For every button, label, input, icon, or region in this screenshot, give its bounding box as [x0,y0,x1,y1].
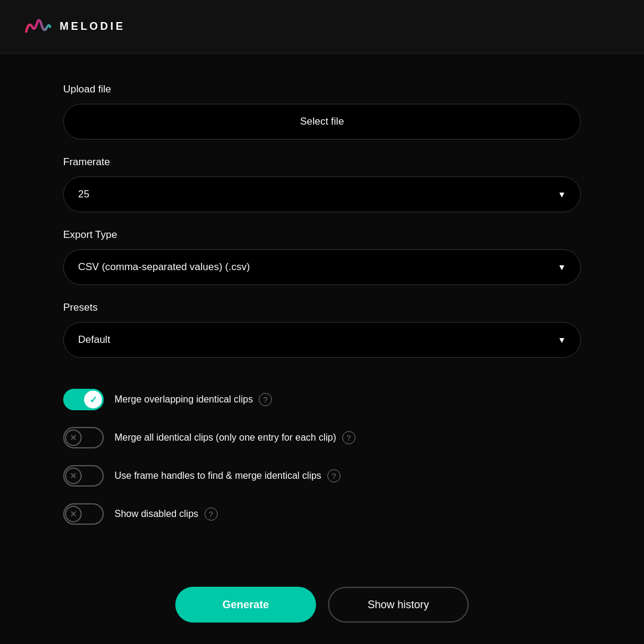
presets-value: Default [78,334,110,346]
select-file-text: Select file [300,116,344,128]
export-type-select[interactable]: CSV (comma-separated values) (.csv) ▼ [63,249,581,285]
toggle-knob: ✕ [65,429,82,446]
framerate-value: 25 [78,188,89,200]
framerate-label: Framerate [63,156,581,168]
help-icon-merge-all[interactable]: ? [342,431,355,444]
select-file-button[interactable]: Select file [63,104,581,140]
logo-text: MELODIE [60,20,125,33]
toggle-frame-handles[interactable]: ✕ [63,465,104,487]
framerate-field-group: Framerate 25 ▼ [63,156,581,212]
toggle-label-show-disabled: Show disabled clips ? [114,507,218,521]
presets-label: Presets [63,302,581,314]
show-history-button[interactable]: Show history [328,587,469,623]
toggle-row-frame-handles: ✕ Use frame handles to find & merge iden… [63,457,581,495]
framerate-select[interactable]: 25 ▼ [63,177,581,212]
export-type-chevron-icon: ▼ [558,262,566,272]
upload-label: Upload file [63,83,581,95]
toggle-row-merge-all: ✕ Merge all identical clips (only one en… [63,419,581,457]
toggle-knob: ✕ [65,506,82,522]
toggle-merge-overlapping[interactable]: ✓ [63,389,104,410]
presets-chevron-icon: ▼ [558,335,566,345]
export-type-field-group: Export Type CSV (comma-separated values)… [63,229,581,285]
export-type-label: Export Type [63,229,581,241]
toggle-label-merge-overlapping: Merge overlapping identical clips ? [114,393,272,406]
generate-button[interactable]: Generate [175,587,316,623]
x-icon: ✕ [70,433,77,442]
toggle-row-show-disabled: ✕ Show disabled clips ? [63,495,581,533]
help-icon-show-disabled[interactable]: ? [205,507,218,521]
export-type-value: CSV (comma-separated values) (.csv) [78,261,250,273]
toggle-show-disabled[interactable]: ✕ [63,503,104,525]
toggle-label-frame-handles: Use frame handles to find & merge identi… [114,469,340,482]
upload-field-group: Upload file Select file [63,83,581,140]
toggle-row-merge-overlapping: ✓ Merge overlapping identical clips ? [63,380,581,419]
toggle-knob: ✓ [84,391,102,408]
toggle-knob: ✕ [65,467,82,484]
presets-field-group: Presets Default ▼ [63,302,581,358]
help-icon-merge-overlapping[interactable]: ? [259,393,272,406]
app-header: MELODIE [0,0,644,54]
x-icon: ✕ [70,471,77,481]
check-icon: ✓ [89,394,97,405]
help-icon-frame-handles[interactable]: ? [327,469,340,482]
main-content: Upload file Select file Framerate 25 ▼ E… [0,54,644,557]
melodie-logo-icon [24,15,52,39]
bottom-buttons: Generate Show history [0,587,644,623]
toggle-merge-all[interactable]: ✕ [63,427,104,448]
x-icon: ✕ [70,509,77,519]
framerate-chevron-icon: ▼ [558,190,566,199]
logo: MELODIE [24,15,125,39]
toggle-section: ✓ Merge overlapping identical clips ? ✕ … [63,380,581,533]
toggle-label-merge-all: Merge all identical clips (only one entr… [114,431,355,444]
presets-select[interactable]: Default ▼ [63,322,581,358]
